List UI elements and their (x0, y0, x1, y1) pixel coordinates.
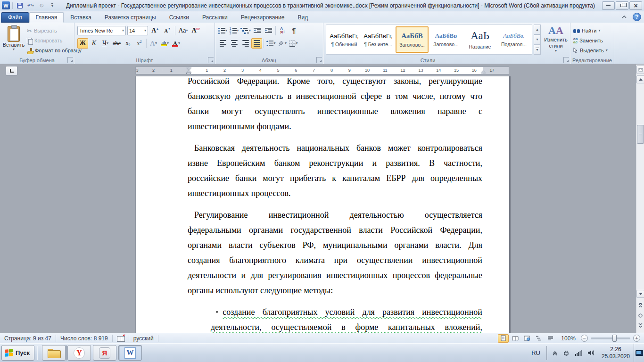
view-outline-button[interactable] (533, 334, 544, 343)
restore-button[interactable] (616, 1, 628, 10)
collapse-ribbon-button[interactable] (619, 13, 629, 21)
underline-button[interactable]: Ч▾ (100, 38, 111, 49)
superscript-button[interactable]: x2 (134, 38, 145, 49)
help-button[interactable]: ? (633, 13, 641, 21)
vertical-scrollbar[interactable] (636, 65, 644, 333)
bold-button[interactable]: Ж (77, 38, 88, 49)
language-bar[interactable]: RU (528, 349, 544, 356)
find-button[interactable]: Найти▾ (573, 26, 600, 35)
taskbar-yandex-button[interactable]: Я (93, 345, 116, 361)
redo-button[interactable]: ↻ (37, 1, 46, 10)
text-effects-button[interactable]: А▾ (148, 38, 159, 49)
ribbon-tab[interactable]: Главная (29, 12, 64, 23)
zoom-in-button[interactable]: + (633, 335, 640, 342)
change-styles-button[interactable]: АА Изменить стили ▾ (543, 25, 569, 60)
zoom-slider[interactable] (591, 337, 630, 339)
style-card[interactable]: АаБбВв. Подзагол... (497, 26, 530, 53)
styles-scroll-down-button[interactable]: ▼ (534, 34, 541, 44)
align-center-button[interactable] (229, 38, 239, 49)
view-web-layout-button[interactable] (521, 334, 532, 343)
align-left-button[interactable] (217, 38, 228, 49)
cut-button[interactable]: ✂Вырезать (27, 26, 57, 35)
font-size-combo[interactable]: 14▾ (127, 26, 148, 35)
left-indent-marker[interactable] (186, 73, 191, 74)
borders-button[interactable]: ▾ (288, 38, 299, 49)
close-button[interactable]: × (629, 1, 642, 10)
language-indicator[interactable]: русский (129, 335, 158, 342)
document-text[interactable]: Российской Федерации. Кроме того, сущест… (188, 76, 482, 333)
hidden-icons-button[interactable] (553, 351, 557, 355)
bullets-button[interactable]: ▾ (217, 25, 228, 36)
increase-indent-button[interactable] (263, 25, 274, 36)
taskbar-word-button[interactable]: W (118, 345, 142, 361)
start-button[interactable]: Пуск (1, 345, 34, 361)
customize-qat-button[interactable]: ▾ (48, 1, 57, 10)
style-card[interactable]: АаЬ Название (463, 26, 496, 53)
view-fullscreen-reading-button[interactable] (510, 334, 520, 343)
font-dialog-launcher[interactable] (208, 57, 214, 63)
style-card[interactable]: АаБбВв Заголово... (429, 26, 462, 53)
network-tray-icon[interactable] (575, 350, 582, 356)
select-browse-object-button[interactable] (636, 311, 644, 320)
word-count[interactable]: Число слов: 8 919 (56, 335, 113, 342)
justify-button[interactable] (251, 38, 262, 49)
shading-button[interactable]: ▾ (277, 38, 288, 49)
power-tray-icon[interactable] (563, 350, 570, 356)
font-name-combo[interactable]: Times New Rc▾ (77, 26, 126, 35)
shrink-font-button[interactable]: А▾ (162, 25, 173, 36)
style-card[interactable]: АаБбВвГг, ¶ Без инте... (362, 26, 395, 53)
format-painter-button[interactable]: Формат по образцу (27, 46, 82, 55)
grow-font-button[interactable]: А▴ (149, 25, 160, 36)
style-card[interactable]: АаБбВ Заголово... (396, 26, 429, 53)
previous-page-button[interactable] (636, 301, 644, 310)
multilevel-list-button[interactable]: ▾ (240, 25, 251, 36)
taskbar-explorer-button[interactable] (42, 345, 66, 361)
document-area[interactable]: Российской Федерации. Кроме того, сущест… (0, 76, 636, 333)
minimize-button[interactable] (602, 1, 615, 10)
ribbon-tab[interactable]: Вставка (64, 12, 98, 23)
volume-tray-icon[interactable] (588, 350, 595, 356)
sort-button[interactable]: АЯ↓ (277, 25, 288, 36)
word-app-icon[interactable]: W (2, 1, 10, 9)
scrollbar-thumb[interactable] (637, 125, 644, 144)
zoom-level[interactable]: 100% (557, 335, 580, 342)
line-spacing-button[interactable]: ▾ (265, 38, 276, 49)
ribbon-tab[interactable]: Ссылки (163, 12, 196, 23)
subscript-button[interactable]: x2 (123, 38, 133, 49)
clipboard-dialog-launcher[interactable] (67, 57, 73, 63)
show-marks-button[interactable]: ¶ (289, 25, 299, 36)
view-draft-button[interactable] (545, 334, 556, 343)
style-card[interactable]: АаБбВвГг, ¶ Обычный (328, 26, 361, 53)
scroll-down-button[interactable] (636, 290, 644, 298)
clear-formatting-button[interactable]: А (190, 25, 201, 36)
highlight-color-button[interactable]: ab▾ (159, 38, 170, 49)
undo-button[interactable]: ↶▾ (26, 1, 35, 10)
ribbon-tab[interactable]: Рассылки (196, 12, 234, 23)
zoom-out-button[interactable]: − (581, 335, 588, 342)
next-page-button[interactable] (636, 321, 644, 330)
styles-dialog-launcher[interactable] (563, 57, 569, 63)
proofing-status[interactable]: ✗ (113, 335, 129, 342)
view-print-layout-button[interactable] (498, 334, 509, 343)
paragraph-dialog-launcher[interactable] (316, 57, 322, 63)
tab-stop-selector[interactable] (6, 66, 17, 75)
styles-scroll-up-button[interactable]: ▲ (534, 25, 541, 34)
zoom-slider-thumb[interactable] (612, 335, 617, 342)
paste-button[interactable]: Вставить ▾ (2, 25, 25, 60)
ribbon-tab[interactable]: Вид (291, 12, 314, 23)
numbering-button[interactable]: 123▾ (229, 25, 239, 36)
taskbar-yandex-browser-button[interactable]: Y (67, 345, 91, 361)
horizontal-ruler[interactable]: 3211234567891011121314151617············… (135, 66, 509, 74)
decrease-indent-button[interactable] (252, 25, 263, 36)
italic-button[interactable]: К (89, 38, 99, 49)
replace-button[interactable]: abacЗаменить (573, 36, 603, 45)
styles-gallery-expand-button[interactable]: ▼ (534, 45, 541, 55)
font-color-button[interactable]: А▾ (171, 38, 182, 49)
show-desktop-button[interactable] (634, 344, 644, 362)
strikethrough-button[interactable]: abc (111, 38, 122, 49)
page-indicator[interactable]: Страница: 9 из 47 (0, 335, 56, 342)
tab-file[interactable]: Файл (1, 12, 29, 23)
align-right-button[interactable] (240, 38, 251, 49)
select-button[interactable]: Выделить▾ (573, 46, 608, 55)
ribbon-tab[interactable]: Рецензирование (234, 12, 291, 23)
